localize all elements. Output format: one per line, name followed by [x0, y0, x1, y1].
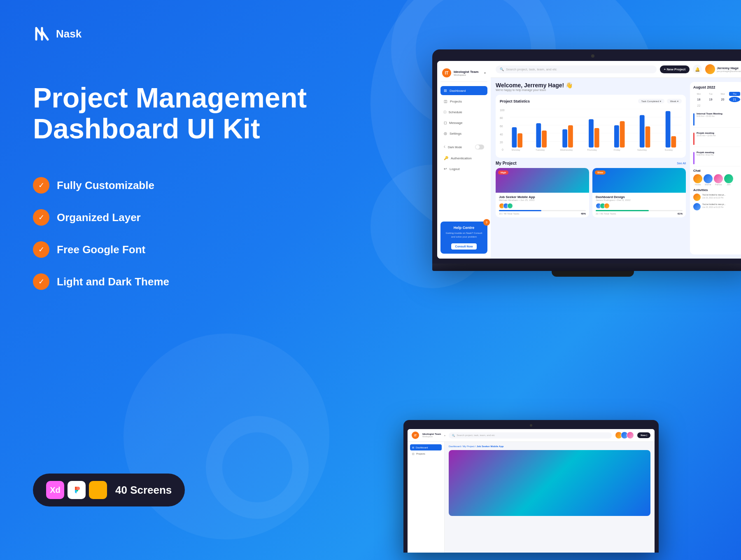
sidebar-item-schedule[interactable]: □ Schedule [440, 107, 487, 117]
check-icon-4: ✓ [33, 273, 49, 290]
activity-avatar-2 [693, 203, 701, 210]
workspace-icon: IT [442, 68, 451, 77]
new-project-button[interactable]: + New Project [660, 65, 690, 73]
svg-text:80: 80 [500, 117, 503, 119]
laptop2-camera [530, 424, 532, 427]
check-icon-1: ✓ [33, 177, 49, 194]
dashboard-header: 🔍 Search project, task, team, and etc + … [491, 61, 741, 78]
laptop-frame: IT Ideologist Team Workspace ▾ ⊞ Dashboa… [432, 49, 741, 264]
laptop2-frame: IT Ideologist Team Workspace ▾ 🔍 Search … [403, 420, 659, 553]
meeting-info: Internal Team Meeting 9:00 Am • 10:00 Am [697, 112, 722, 126]
svg-text:Tuesday: Tuesday [536, 149, 545, 151]
project-cards: High Job Seeker Mobile App Michael Abrah… [496, 168, 686, 217]
svg-rect-14 [517, 133, 522, 147]
chevron-down-icon-2: ▾ [677, 100, 678, 103]
workspace-selector[interactable]: IT Ideologist Team Workspace ▾ [440, 66, 487, 82]
project-info-1: Job Seeker Mobile App Michael Abraham • … [496, 193, 589, 217]
see-all-link[interactable]: See All [677, 162, 686, 165]
sketch-icon [89, 481, 107, 499]
svg-rect-16 [536, 123, 541, 147]
svg-text:Monday: Monday [512, 149, 520, 151]
svg-text:60: 60 [500, 125, 503, 128]
meeting-info-2: Projek meeting 10:00 Am • 12:00 Am [697, 132, 716, 145]
sidebar-item-auth[interactable]: 🔑 Authentication [440, 154, 487, 163]
project-footer-1: 15 / 48 Total Tasks 49% [499, 212, 586, 215]
laptop-base [432, 264, 741, 271]
laptop-screen: IT Ideologist Team Workspace ▾ ⊞ Dashboa… [437, 61, 741, 259]
schedule-icon: □ [444, 110, 446, 114]
project-avatars-1 [499, 203, 586, 209]
l2-avatar-3 [627, 432, 634, 439]
user-profile[interactable]: Jerremy Hage jerrymhage@workmail... [705, 64, 741, 74]
dark-mode-toggle-row: ☾ Dark Mode [440, 142, 487, 152]
l2-header: IT Ideologist Team Workspace ▾ 🔍 Search … [408, 429, 655, 442]
xd-icon: Xd [46, 481, 64, 499]
progress-fill-2 [596, 210, 649, 211]
activities-section: Activities You've Invited to new pr... J… [693, 188, 740, 212]
sidebar-item-projects[interactable]: ◫ Projects [440, 97, 487, 106]
settings-icon: ◎ [444, 131, 447, 135]
screens-label: 40 Screens [115, 484, 172, 497]
activity-item-2: You've Invited to new pr... Jun 23, 2022… [693, 203, 740, 210]
consult-now-button[interactable]: Consult Now [451, 243, 477, 250]
svg-rect-31 [666, 111, 671, 147]
help-badge: ? [483, 219, 490, 226]
message-icon: ◻ [444, 121, 447, 125]
svg-marker-1 [94, 486, 102, 493]
l2-new-button[interactable]: New | [637, 432, 650, 438]
chat-section: Chat Hostia Marine [693, 169, 740, 186]
meeting-dot [693, 113, 694, 126]
notification-icon[interactable]: 🔔 [693, 65, 702, 74]
main-heading: Project Management Dashboard UI Kit [33, 82, 307, 144]
workspace-info: Ideologist Team Workspace [454, 70, 482, 76]
l2-arrow: ▾ [444, 434, 445, 437]
search-icon: 🔍 [452, 434, 455, 437]
dashboard-body: Welcome, Jerremy Hage! 👋 We're happy to … [491, 78, 741, 259]
project-avatars-2 [596, 203, 683, 209]
laptop2-mockup: IT Ideologist Team Workspace ▾ 🔍 Search … [403, 420, 659, 560]
sidebar-item-settings[interactable]: ◎ Settings [440, 129, 487, 138]
bg-shape-2 [206, 416, 309, 519]
l2-main: Dashboard / My Project / Job Seeker Mobi… [445, 442, 655, 553]
projects-icon: ◫ [412, 452, 415, 455]
chart-header: Project Statistics Task Completed ▾ Week… [500, 99, 682, 103]
sidebar-item-logout[interactable]: ↩ Logout [440, 164, 487, 173]
svg-text:Thursday: Thursday [587, 149, 597, 151]
svg-text:Sunday: Sunday [665, 149, 673, 151]
dashboard-center: Welcome, Jerremy Hage! 👋 We're happy to … [496, 82, 686, 254]
svg-text:20: 20 [500, 141, 503, 144]
chat-avatar-3[interactable] [714, 174, 723, 183]
dark-mode-toggle[interactable] [475, 145, 484, 149]
search-box[interactable]: 🔍 Search project, task, team, and etc [496, 65, 657, 73]
svg-text:40: 40 [500, 133, 503, 136]
bar-chart: 100 80 60 40 20 0 [500, 107, 682, 152]
avatar [604, 203, 610, 209]
chat-avatar-4[interactable] [724, 174, 733, 183]
chat-avatar-2[interactable] [704, 174, 713, 183]
sidebar-item-message[interactable]: ◻ Message [440, 118, 487, 127]
l2-nav-projects[interactable]: ◫ Projects [410, 450, 442, 457]
statistics-card: Project Statistics Task Completed ▾ Week… [496, 95, 686, 158]
feature-label-1: Fully Customizable [57, 179, 154, 192]
sidebar-item-dashboard[interactable]: ⊞ Dashboard [440, 86, 487, 95]
l2-nav-dashboard[interactable]: ⊞ Dashboard [410, 444, 442, 450]
tools-badge: Xd 40 Screens [33, 474, 185, 506]
brand-name: Nask [56, 28, 82, 40]
l2-search-box[interactable]: 🔍 Search project, task, team, and etc [449, 432, 612, 439]
features-list: ✓ Fully Customizable ✓ Organized Layer ✓… [33, 177, 169, 306]
progress-bar-2 [596, 210, 683, 211]
l2-sidebar: ⊞ Dashboard ◫ Projects [408, 442, 445, 553]
chat-avatar-1[interactable] [693, 174, 702, 183]
auth-icon: 🔑 [444, 156, 448, 160]
l2-workspace-icon: IT [412, 432, 419, 439]
week-filter[interactable]: Week ▾ [667, 99, 682, 103]
svg-rect-13 [512, 127, 517, 147]
tool-icons: Xd [46, 481, 107, 499]
dashboard-sidebar: IT Ideologist Team Workspace ▾ ⊞ Dashboa… [437, 61, 491, 259]
meeting-item-1: Internal Team Meeting 9:00 Am • 10:00 Am [693, 111, 740, 128]
task-filter[interactable]: Task Completed ▾ [638, 99, 664, 103]
l2-avatars [615, 432, 634, 439]
check-icon-2: ✓ [33, 209, 49, 226]
my-project-section: My Project See All High [496, 161, 686, 217]
project-thumb-2: Slow [592, 168, 686, 193]
